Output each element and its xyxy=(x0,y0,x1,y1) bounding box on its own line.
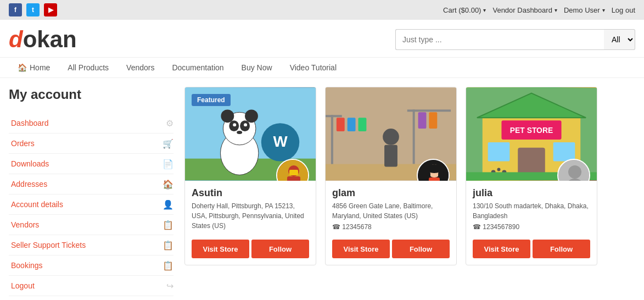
sidebar-item-dashboard[interactable]: Dashboard ⚙ xyxy=(9,113,173,134)
svg-rect-30 xyxy=(384,145,397,167)
search-bar: All xyxy=(395,29,635,50)
cart-button[interactable]: Cart ($0.00) ▾ xyxy=(443,6,486,14)
svg-rect-44 xyxy=(488,142,510,162)
svg-point-5 xyxy=(245,109,258,123)
sidebar-item-vendors[interactable]: Vendors 📋 xyxy=(9,215,173,235)
svg-rect-22 xyxy=(407,109,451,112)
store-name-asutin: Asutin xyxy=(192,187,309,199)
svg-rect-21 xyxy=(413,109,415,164)
svg-rect-26 xyxy=(418,112,427,129)
logo-d: d xyxy=(9,26,23,53)
sidebar-link-orders[interactable]: Orders xyxy=(9,134,163,153)
follow-glam[interactable]: Follow xyxy=(392,240,450,258)
store-card-asutin: Featured xyxy=(184,87,316,265)
sidebar-item-downloads[interactable]: Downloads 📄 xyxy=(9,154,173,174)
store-phone-glam: ☎ 12345678 xyxy=(332,223,450,231)
sidebar-item-addresses[interactable]: Addresses 🏠 xyxy=(9,174,173,195)
sidebar-item-orders[interactable]: Orders 🛒 xyxy=(9,134,173,154)
sidebar-item-bookings[interactable]: Bookings 📋 xyxy=(9,255,173,276)
svg-point-9 xyxy=(244,123,247,126)
user-dropdown-arrow: ▾ xyxy=(602,7,605,13)
svg-point-4 xyxy=(221,109,234,123)
downloads-icon: 📄 xyxy=(163,159,173,169)
nav-documentation-label: Documentation xyxy=(172,63,223,72)
svg-rect-27 xyxy=(429,112,437,129)
follow-julia[interactable]: Follow xyxy=(533,240,590,258)
store-info-asutin: Asutin Doherty Hall, Pittsburgh, PA 1521… xyxy=(185,181,316,235)
svg-rect-20 xyxy=(326,115,342,117)
store-banner-glam xyxy=(326,87,456,181)
sidebar: My account Dashboard ⚙ Orders 🛒 Download… xyxy=(9,87,173,296)
logout-button[interactable]: Log out xyxy=(612,6,635,14)
demo-user-button[interactable]: Demo User ▾ xyxy=(564,6,605,14)
sidebar-link-logout[interactable]: Logout xyxy=(9,276,166,296)
cart-dropdown-arrow: ▾ xyxy=(483,7,486,13)
sidebar-item-seller-support[interactable]: Seller Support Tickets 📋 xyxy=(9,235,173,255)
svg-point-29 xyxy=(383,129,399,145)
visit-store-asutin[interactable]: Visit Store xyxy=(192,240,249,258)
demo-user-label: Demo User xyxy=(564,6,600,14)
sidebar-link-addresses[interactable]: Addresses xyxy=(9,174,163,194)
svg-point-8 xyxy=(233,123,236,126)
vendors-icon: 📋 xyxy=(163,220,173,230)
top-bar: f t ▶ Cart ($0.00) ▾ Vendor Dashboard ▾ … xyxy=(0,0,644,20)
nav-vendors-label: Vendors xyxy=(126,63,154,72)
sidebar-item-account-details[interactable]: Account details 👤 xyxy=(9,195,173,215)
store-address-asutin: Doherty Hall, Pittsburgh, PA 15213, USA,… xyxy=(192,201,309,231)
svg-rect-25 xyxy=(359,118,367,131)
visit-store-julia[interactable]: Visit Store xyxy=(473,240,530,258)
addresses-icon: 🏠 xyxy=(163,179,173,190)
nav-all-products-label: All Products xyxy=(68,63,109,72)
search-input[interactable] xyxy=(395,29,604,50)
vendor-dashboard-button[interactable]: Vendor Dashboard ▾ xyxy=(492,6,557,14)
sidebar-link-bookings[interactable]: Bookings xyxy=(9,255,163,275)
nav-buy-now[interactable]: Buy Now xyxy=(233,58,281,77)
svg-rect-24 xyxy=(348,118,356,131)
sidebar-link-dashboard[interactable]: Dashboard xyxy=(9,113,166,133)
sidebar-link-downloads[interactable]: Downloads xyxy=(9,154,163,174)
orders-icon: 🛒 xyxy=(163,138,173,149)
store-actions-julia: Visit Store Follow xyxy=(466,235,597,265)
follow-asutin[interactable]: Follow xyxy=(251,240,309,258)
svg-point-51 xyxy=(568,165,581,179)
facebook-icon[interactable]: f xyxy=(9,3,22,16)
sidebar-link-seller-support[interactable]: Seller Support Tickets xyxy=(9,235,163,255)
vendor-dashboard-label: Vendor Dashboard xyxy=(492,6,552,14)
visit-store-glam[interactable]: Visit Store xyxy=(332,240,390,258)
svg-rect-19 xyxy=(331,115,333,169)
logo[interactable]: d okan xyxy=(9,26,77,53)
social-icons: f t ▶ xyxy=(9,3,57,16)
stores-area: Featured xyxy=(184,87,635,296)
sidebar-link-account-details[interactable]: Account details xyxy=(9,195,163,214)
store-actions-asutin: Visit Store Follow xyxy=(185,235,316,265)
sidebar-link-vendors[interactable]: Vendors xyxy=(9,215,163,235)
twitter-icon[interactable]: t xyxy=(26,3,40,16)
nav-vendors[interactable]: Vendors xyxy=(117,58,163,77)
nav-all-products[interactable]: All Products xyxy=(59,58,117,77)
dashboard-icon: ⚙ xyxy=(166,118,173,129)
store-banner-asutin: Featured xyxy=(185,87,316,181)
search-category-select[interactable]: All xyxy=(604,29,635,50)
svg-rect-15 xyxy=(287,176,300,181)
svg-point-47 xyxy=(497,168,501,171)
main-layout: My account Dashboard ⚙ Orders 🛒 Download… xyxy=(0,78,644,300)
nav-documentation[interactable]: Documentation xyxy=(163,58,232,77)
cart-label: Cart ($0.00) xyxy=(443,6,481,14)
store-actions-glam: Visit Store Follow xyxy=(326,235,456,265)
account-icon: 👤 xyxy=(163,199,173,210)
store-banner-julia: PET STORE xyxy=(466,87,597,181)
nav-video-tutorial[interactable]: Video Tutorial xyxy=(281,58,345,77)
logout-icon: ↪ xyxy=(166,281,173,291)
store-address-glam: 4856 Green Gate Lane, Baltimore, Marylan… xyxy=(332,201,450,221)
sidebar-item-logout[interactable]: Logout ↪ xyxy=(9,276,173,296)
svg-rect-16 xyxy=(289,170,298,175)
store-name-glam: glam xyxy=(332,187,450,199)
store-address-julia: 130/10 South madartek, Dhaka, Dhaka, Ban… xyxy=(473,201,590,221)
logo-okan: okan xyxy=(23,26,77,53)
nav-home[interactable]: 🏠 Home xyxy=(9,58,59,77)
store-info-glam: glam 4856 Green Gate Lane, Baltimore, Ma… xyxy=(326,181,456,235)
youtube-icon[interactable]: ▶ xyxy=(44,3,57,16)
vendor-dropdown-arrow: ▾ xyxy=(555,7,557,13)
home-icon: 🏠 xyxy=(18,63,27,72)
nav-buy-now-label: Buy Now xyxy=(242,63,272,72)
